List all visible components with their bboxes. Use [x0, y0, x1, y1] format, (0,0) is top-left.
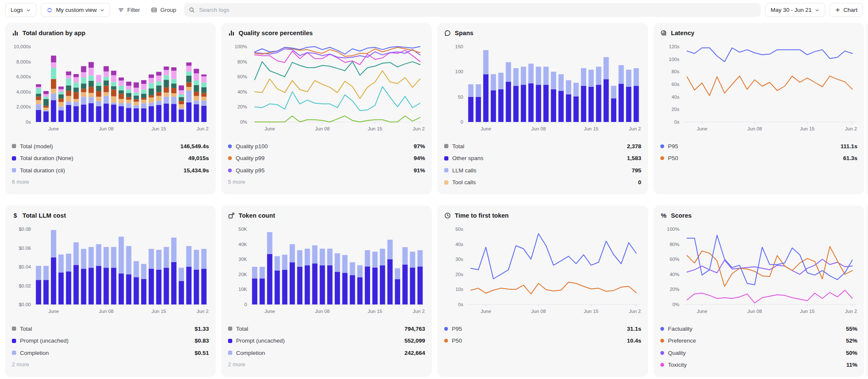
bar-segment: [43, 97, 48, 99]
bar-segment: [410, 252, 415, 267]
x-axis-tick-label: Jun 08: [531, 309, 546, 314]
bar-segment: [171, 104, 176, 122]
bar-segment: [186, 83, 191, 87]
y-axis-tick-label: 150: [455, 44, 463, 49]
legend-row-other-spans[interactable]: Other spans1,583: [444, 152, 641, 165]
chart-canvas-spans[interactable]: 050100150JuneJun 08Jun 15Jun 22: [444, 41, 641, 139]
bar-segment: [201, 106, 206, 122]
chart-canvas-total-llm-cost[interactable]: $0.00$0.02$0.04$0.06$0.08JuneJun 08Jun 1…: [12, 223, 209, 321]
legend-row-llm-calls[interactable]: LLM calls795: [444, 164, 641, 177]
chart-card-time-to-first-token[interactable]: Time to first token0s10s20s30s40s50sJune…: [437, 205, 648, 377]
legend-label: Prompt (uncached): [20, 338, 191, 344]
legend-row-total[interactable]: Total2,378: [444, 140, 641, 152]
logs-dropdown-button[interactable]: Logs: [5, 3, 36, 17]
legend-circle-marker: [444, 327, 448, 331]
chart-card-spans[interactable]: Spans050100150JuneJun 08Jun 15Jun 22Tota…: [437, 23, 648, 194]
chart-card-total-duration-by-app[interactable]: Total duration by app0s2,000s4,000s6,000…: [5, 23, 216, 194]
bar-segment: [126, 86, 131, 90]
bar-segment: [58, 102, 64, 107]
bar-segment: [164, 66, 169, 70]
bar-segment: [43, 280, 48, 304]
group-button-label: Group: [160, 7, 176, 13]
legend-more-link[interactable]: 2 more: [12, 361, 209, 368]
chart-canvas-token-count[interactable]: 010K20K30K40K50KJuneJun 08Jun 15Jun 22: [228, 223, 425, 321]
chart-card-scores[interactable]: %Scores0%20%40%60%80%100%JuneJun 08Jun 1…: [654, 205, 864, 377]
x-axis-tick-label: June: [697, 126, 707, 131]
filter-button[interactable]: Filter: [114, 3, 143, 17]
bar-segment: [81, 89, 86, 92]
legend-row-total-model[interactable]: Total (model)146,549.4s: [12, 140, 209, 152]
bar-segment: [289, 244, 295, 263]
legend-row-p50[interactable]: P5061.3s: [660, 152, 857, 165]
legend-row-factuality[interactable]: Factuality55%: [660, 323, 857, 335]
date-range-button[interactable]: May 30 - Jun 21: [765, 3, 825, 17]
view-dropdown-button[interactable]: My custom view: [41, 3, 110, 17]
bar-segment: [43, 94, 48, 97]
legend-row-tool-calls[interactable]: Tool calls0: [444, 177, 641, 189]
bar-segment: [89, 97, 94, 103]
legend-row-quality-p100[interactable]: Quality p10097%: [228, 140, 425, 152]
partial-card-sliver: [866, 23, 868, 194]
legend-row-quality[interactable]: Quality50%: [660, 347, 857, 359]
bar-segment: [164, 93, 169, 97]
legend-row-total[interactable]: Total$1.33: [12, 323, 209, 335]
x-axis-tick-label: Jun 22: [629, 126, 641, 131]
bar-segment: [66, 75, 71, 79]
bar-segment: [201, 100, 206, 105]
add-chart-button[interactable]: Chart: [829, 3, 863, 17]
bar-segment: [156, 72, 161, 76]
legend-row-p95[interactable]: P9531.1s: [444, 323, 641, 335]
chart-card-quality-score-percentiles[interactable]: Quality score percentiles0%20%40%60%80%1…: [221, 23, 432, 194]
legend-value: 31.1s: [627, 326, 641, 332]
bar-segment: [96, 101, 101, 106]
y-axis-tick-label: 0%: [240, 119, 247, 124]
search-field[interactable]: [184, 3, 761, 17]
legend-more-link[interactable]: 2 more: [228, 361, 425, 368]
y-axis-tick-label: 100%: [235, 44, 247, 49]
legend-row-quality-p95[interactable]: Quality p9591%: [228, 164, 425, 177]
chart-card-latency[interactable]: Latency0s20s40s60s80s100s120sJuneJun 08J…: [654, 23, 864, 194]
chart-title: Total duration by app: [22, 30, 85, 36]
legend-row-p50[interactable]: P5010.4s: [444, 335, 641, 347]
chart-canvas-time-to-first-token[interactable]: 0s10s20s30s40s50sJuneJun 08Jun 15Jun 22: [444, 223, 641, 321]
legend-row-completion[interactable]: Completion242,664: [228, 347, 425, 359]
legend-row-toxicity[interactable]: Toxicity11%: [660, 359, 857, 371]
x-axis-tick-label: Jun 22: [629, 309, 641, 314]
legend-more-link[interactable]: 5 more: [228, 179, 425, 185]
chart-canvas-quality-score-percentiles[interactable]: 0%20%40%60%80%100%JuneJun 08Jun 15Jun 22: [228, 41, 425, 139]
bar-segment: [119, 106, 124, 122]
legend-row-completion[interactable]: Completion$0.51: [12, 347, 209, 359]
bar-segment: [596, 85, 601, 122]
bar-segment: [58, 89, 64, 92]
chart-card-total-llm-cost[interactable]: $Total LLM cost$0.00$0.02$0.04$0.06$0.08…: [5, 205, 216, 377]
x-axis-tick-label: June: [697, 309, 707, 314]
filter-button-label: Filter: [127, 7, 140, 13]
bar-segment: [194, 100, 199, 104]
bar-segment: [66, 105, 71, 122]
legend-row-total[interactable]: Total794,763: [228, 323, 425, 335]
bar-segment: [73, 92, 78, 99]
chart-card-token-count[interactable]: Token count010K20K30K40K50KJuneJun 08Jun…: [221, 205, 432, 377]
chart-canvas-latency[interactable]: 0s20s40s60s80s100s120sJuneJun 08Jun 15Ju…: [660, 41, 857, 139]
bar-segment: [141, 100, 146, 103]
bar-segment: [149, 95, 154, 97]
legend-more-link[interactable]: 6 more: [12, 179, 209, 185]
legend-row-p95[interactable]: P95111.1s: [660, 140, 857, 152]
legend-row-preference[interactable]: Preference52%: [660, 335, 857, 347]
search-input[interactable]: [198, 6, 756, 14]
legend-row-quality-p99[interactable]: Quality p9994%: [228, 152, 425, 165]
bar-segment: [66, 96, 71, 102]
legend-row-prompt-uncached[interactable]: Prompt (uncached)$0.83: [12, 335, 209, 347]
legend-row-total-duration-cli[interactable]: Total duration (cli)15,434.9s: [12, 164, 209, 177]
chart-canvas-scores[interactable]: 0%20%40%60%80%100%JuneJun 08Jun 15Jun 22: [660, 223, 857, 321]
bar-segment: [513, 68, 518, 86]
bar-segment: [506, 82, 511, 122]
chart-canvas-total-duration-by-app[interactable]: 0s2,000s4,000s6,000s8,000s10,000sJuneJun…: [12, 41, 209, 139]
bar-segment: [201, 268, 206, 304]
legend-row-total-duration-none[interactable]: Total duration (None)49,015s: [12, 152, 209, 165]
bar-segment: [111, 105, 116, 122]
legend-row-prompt-uncached[interactable]: Prompt (uncached)552,099: [228, 335, 425, 347]
group-button[interactable]: Group: [147, 3, 180, 17]
bar-segment: [529, 64, 534, 83]
bar-segment: [410, 268, 415, 304]
